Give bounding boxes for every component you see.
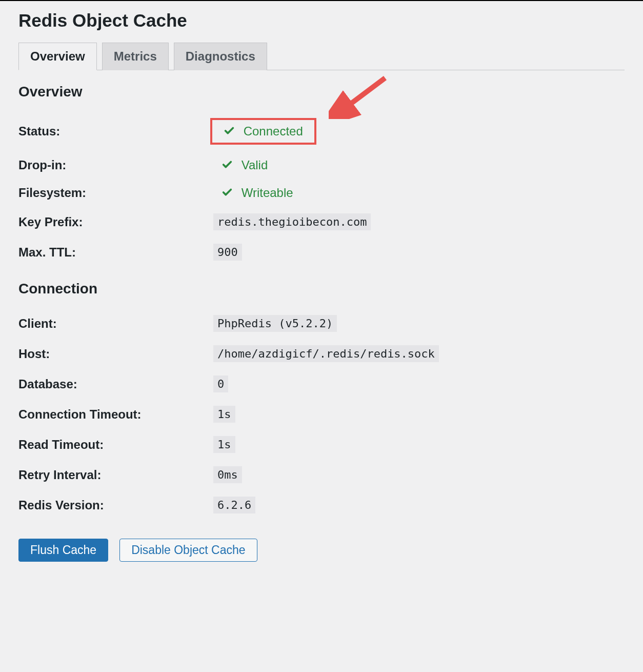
check-icon bbox=[222, 159, 233, 170]
button-row: Flush Cache Disable Object Cache bbox=[18, 539, 625, 562]
client-value: PhpRedis (v5.2.2) bbox=[213, 315, 337, 332]
overview-table: Status: Connected bbox=[18, 111, 625, 267]
client-label: Client: bbox=[18, 308, 213, 339]
annotation-highlight-box: Connected bbox=[210, 118, 316, 145]
filesystem-value: Writeable bbox=[242, 186, 293, 200]
keyprefix-value: redis.thegioibecon.com bbox=[213, 213, 371, 230]
flush-cache-button[interactable]: Flush Cache bbox=[18, 539, 108, 562]
conntimeout-label: Connection Timeout: bbox=[18, 399, 213, 429]
tab-metrics[interactable]: Metrics bbox=[102, 43, 169, 70]
check-icon bbox=[222, 187, 233, 198]
readtimeout-label: Read Timeout: bbox=[18, 429, 213, 460]
keyprefix-label: Key Prefix: bbox=[18, 207, 213, 237]
tabs-bar: Overview Metrics Diagnostics bbox=[18, 42, 625, 70]
tab-diagnostics[interactable]: Diagnostics bbox=[174, 43, 267, 70]
maxttl-label: Max. TTL: bbox=[18, 237, 213, 267]
redisversion-value: 6.2.6 bbox=[213, 497, 255, 513]
section-connection-heading: Connection bbox=[18, 281, 625, 297]
retry-value: 0ms bbox=[213, 466, 242, 483]
filesystem-label: Filesystem: bbox=[18, 179, 213, 207]
status-label: Status: bbox=[18, 111, 213, 151]
dropin-value: Valid bbox=[242, 158, 268, 172]
database-value: 0 bbox=[213, 375, 228, 392]
page-title: Redis Object Cache bbox=[18, 10, 625, 31]
conntimeout-value: 1s bbox=[213, 406, 235, 423]
dropin-label: Drop-in: bbox=[18, 151, 213, 179]
check-icon bbox=[224, 125, 235, 136]
status-value: Connected bbox=[244, 124, 303, 138]
connection-table: Client: PhpRedis (v5.2.2) Host: /home/az… bbox=[18, 308, 625, 520]
maxttl-value: 900 bbox=[213, 244, 242, 261]
tab-overview[interactable]: Overview bbox=[18, 43, 97, 70]
host-label: Host: bbox=[18, 339, 213, 369]
readtimeout-value: 1s bbox=[213, 436, 235, 453]
redisversion-label: Redis Version: bbox=[18, 490, 213, 520]
disable-object-cache-button[interactable]: Disable Object Cache bbox=[119, 539, 257, 562]
host-value: /home/azdigicf/.redis/redis.sock bbox=[213, 345, 439, 362]
section-overview-heading: Overview bbox=[18, 84, 625, 100]
database-label: Database: bbox=[18, 369, 213, 399]
retry-label: Retry Interval: bbox=[18, 460, 213, 490]
